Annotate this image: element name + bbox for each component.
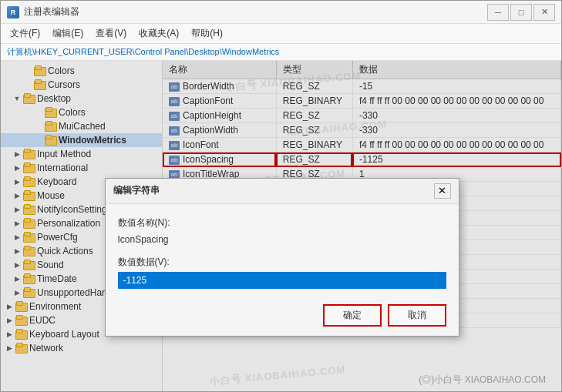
menu-help[interactable]: 帮助(H): [185, 25, 229, 42]
close-button[interactable]: ✕: [533, 4, 555, 21]
dialog-titlebar: 编辑字符串 ✕: [106, 179, 459, 204]
maximize-button[interactable]: □: [510, 4, 532, 21]
window-title: 注册表编辑器: [24, 5, 487, 18]
titlebar: R 注册表编辑器 ─ □ ✕: [1, 1, 561, 24]
menu-favorites[interactable]: 收藏夹(A): [133, 25, 185, 42]
app-icon: R: [7, 6, 19, 18]
address-bar: 计算机\HKEY_CURRENT_USER\Control Panel\Desk…: [1, 44, 561, 61]
main-window: R 注册表编辑器 ─ □ ✕ 文件(F) 编辑(E) 查看(V) 收藏夹(A) …: [0, 0, 562, 392]
content-area: Colors Cursors ▼ Desktop Colors: [1, 61, 561, 391]
dialog-title: 编辑字符串: [113, 184, 160, 197]
menu-edit[interactable]: 编辑(E): [46, 25, 89, 42]
address-text: 计算机\HKEY_CURRENT_USER\Control Panel\Desk…: [7, 46, 279, 58]
value-name-display: IconSpacing: [118, 233, 446, 246]
dialog-footer: 确定 取消: [106, 298, 459, 336]
menu-file[interactable]: 文件(F): [4, 25, 46, 42]
dialog-body: 数值名称(N): IconSpacing 数值数据(V):: [106, 204, 459, 298]
cancel-button[interactable]: 取消: [388, 304, 446, 327]
dialog-close-button[interactable]: ✕: [434, 183, 451, 199]
edit-string-dialog: 编辑字符串 ✕ 数值名称(N): IconSpacing 数值数据(V): 确定…: [105, 178, 459, 337]
value-name-label: 数值名称(N):: [118, 216, 446, 230]
app-icon-letter: R: [11, 8, 16, 16]
value-data-label: 数值数据(V):: [118, 256, 446, 269]
menubar: 文件(F) 编辑(E) 查看(V) 收藏夹(A) 帮助(H): [1, 24, 561, 44]
dialog-overlay: 编辑字符串 ✕ 数值名称(N): IconSpacing 数值数据(V): 确定…: [1, 61, 561, 391]
ok-button[interactable]: 确定: [323, 304, 382, 327]
titlebar-buttons: ─ □ ✕: [487, 4, 555, 21]
value-data-input[interactable]: [118, 272, 446, 289]
minimize-button[interactable]: ─: [487, 4, 509, 21]
menu-view[interactable]: 查看(V): [89, 25, 133, 42]
